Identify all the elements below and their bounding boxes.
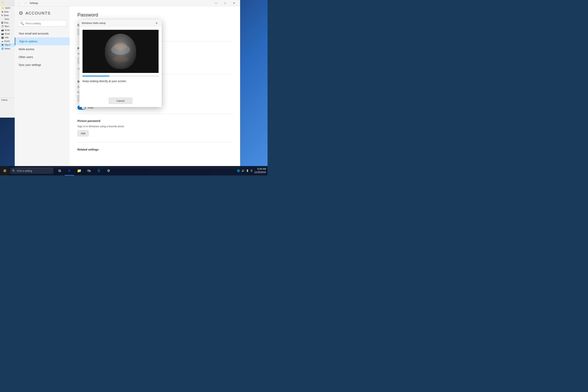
app-title: ACCOUNTS (26, 11, 50, 16)
taskbar: ⊞ 🔍 Find a setting ⧉ e 📁 🛍 S ⚙ 🌐 🔊 🔋 ☰ 9… (0, 166, 268, 176)
gear-icon: ⚙ (18, 10, 23, 16)
sidebar-item-sync[interactable]: Sync your settings (15, 61, 70, 69)
divider-4 (78, 142, 232, 142)
maximize-button[interactable]: □ (220, 0, 230, 6)
sidebar-item-signin-label: Sign-in options (19, 40, 38, 43)
fe-item-desktop[interactable]: 🖥Desk (0, 10, 16, 14)
sidebar-item-workaccess[interactable]: Work access (15, 45, 70, 53)
forward-button[interactable]: → (22, 1, 28, 6)
clock-date: 11/25/2015 (254, 171, 266, 174)
start-button[interactable]: ⊞ (0, 166, 10, 176)
store-icon[interactable]: 🛍 (84, 166, 94, 176)
sidebar-item-workaccess-label: Work access (18, 48, 34, 51)
fe-item-music[interactable]: 🎵Musi (0, 24, 16, 28)
action-center-icon[interactable]: ☰ (250, 169, 253, 172)
add-picture-password-button[interactable]: Add (78, 130, 88, 136)
page-title: Password (78, 12, 232, 18)
back-button[interactable]: ← (16, 1, 22, 6)
fe-items-list: ⭐Quick 🖥Desk ⬇Down 📄Docu 🖼Pictu 🎵Musi 📷S… (0, 6, 16, 50)
close-button[interactable]: ✕ (230, 0, 238, 6)
settings-header: ⚙ ACCOUNTS (15, 10, 70, 20)
cortana-mic-icon: 🔍 (12, 169, 15, 172)
face-mouth (113, 57, 128, 62)
taskbar-system-tray: 🌐 🔊 🔋 ☰ 9:34 AM 11/25/2015 (237, 168, 268, 174)
fe-item-screenshots1[interactable]: 📷Scree (0, 28, 16, 32)
settings-taskbar-icon[interactable]: ⚙ (104, 166, 113, 176)
volume-icon: 🔊 (242, 169, 244, 172)
network-icon: 🌐 (237, 169, 240, 172)
taskbar-search-text: Find a setting (17, 169, 32, 172)
fe-item-network[interactable]: 🌐Netwo (0, 47, 16, 50)
settings-sidebar: ⚙ ACCOUNTS 🔍 Your email and accounts Sig… (15, 6, 70, 168)
dialog-message: Keep looking directly at your screen. (82, 80, 158, 83)
fe-item-quickaccess[interactable]: ⭐Quick (0, 6, 16, 10)
divider-3 (78, 114, 232, 114)
battery-icon: 🔋 (246, 169, 249, 172)
sidebar-item-email[interactable]: Your email and accounts (15, 30, 70, 38)
picture-password-subtitle: Sign in to Windows using a favorite phot… (78, 125, 232, 128)
settings-window: ← → Settings — □ ✕ ⚙ ACCOUNTS 🔍 Your ema… (15, 0, 240, 168)
settings-titlebar: ← → Settings — □ ✕ (15, 0, 240, 6)
file-explorer-taskbar-icon[interactable]: 📁 (74, 166, 84, 176)
sidebar-item-email-label: Your email and accounts (18, 32, 48, 35)
dialog-body: Keep looking directly at your screen. (80, 27, 162, 98)
task-view-button[interactable]: ⧉ (55, 166, 64, 176)
fe-item-onedrive[interactable]: ☁OneDr (0, 40, 16, 43)
skype-icon[interactable]: S (94, 166, 104, 176)
search-icon: 🔍 (20, 22, 24, 25)
titlebar-nav: ← → (16, 1, 28, 6)
search-input[interactable] (26, 22, 64, 25)
sidebar-item-sync-label: Sync your settings (18, 63, 41, 66)
fe-item-screenshots2[interactable]: 📷Scree (0, 32, 16, 36)
window-title: Settings (30, 2, 212, 4)
edge-icon[interactable]: e (65, 166, 74, 176)
dialog-footer: Cancel (80, 98, 162, 107)
file-explorer-statusbar: 4 items (0, 98, 16, 102)
progress-bar-container (82, 76, 158, 76)
taskbar-search-area[interactable]: 🔍 Find a setting (10, 168, 53, 174)
titlebar-controls: — □ ✕ (212, 0, 238, 6)
minimize-button[interactable]: — (212, 0, 220, 6)
sidebar-item-otherusers[interactable]: Other users (15, 53, 70, 61)
dialog-close-button[interactable]: ✕ (154, 20, 159, 26)
face-eyes (114, 42, 127, 50)
system-clock: 9:34 AM 11/25/2015 (254, 168, 266, 174)
sidebar-item-signin[interactable]: Sign-in options (15, 38, 70, 45)
fe-item-downloads[interactable]: ⬇Down (0, 14, 16, 17)
clock-time: 9:34 AM (254, 168, 266, 171)
progress-bar-fill (82, 76, 109, 76)
fe-item-videos[interactable]: 🎬Vide (0, 36, 16, 40)
dialog-title-text: Windows Hello setup (82, 22, 154, 24)
fe-item-documents[interactable]: 📄Docu (0, 17, 16, 21)
fe-item-pictures[interactable]: 🖼Pictu (0, 21, 16, 24)
face-preview (105, 34, 136, 69)
file-explorer-titlebar: 📁 (0, 0, 16, 6)
cancel-button[interactable]: Cancel (109, 98, 132, 104)
dialog-titlebar: Windows Hello setup ✕ (80, 20, 162, 27)
related-settings-title: Related settings (78, 148, 232, 151)
sidebar-item-otherusers-label: Other users (18, 56, 33, 58)
windows-hello-dialog: Windows Hello setup ✕ Keep looking direc… (80, 20, 162, 107)
fe-item-thispc[interactable]: 💻This P (0, 43, 16, 47)
settings-search-box[interactable]: 🔍 (18, 20, 66, 26)
taskbar-pinned-icons: ⧉ e 📁 🛍 S ⚙ (55, 166, 113, 176)
file-explorer-window: 📁 ⭐Quick 🖥Desk ⬇Down 📄Docu 🖼Pictu 🎵Musi … (0, 0, 16, 112)
camera-preview (82, 30, 158, 73)
file-explorer-title-text: 📁 (2, 2, 4, 4)
picture-password-title: Picture password (78, 119, 232, 122)
